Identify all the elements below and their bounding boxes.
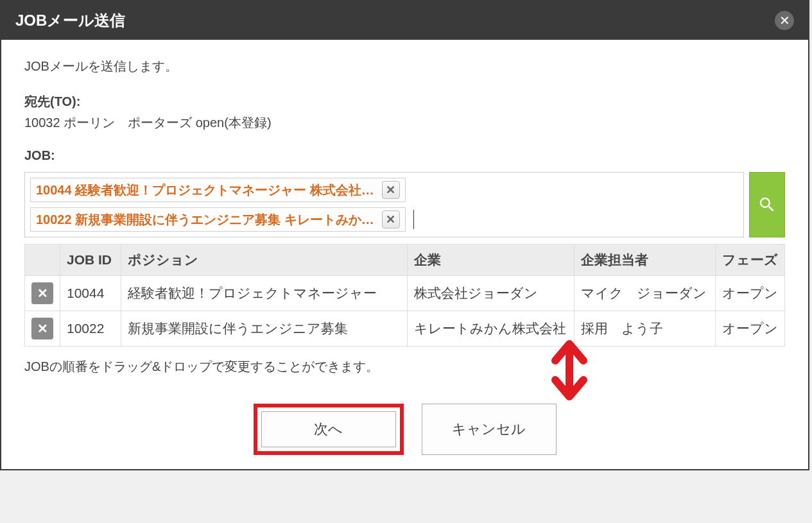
next-button-highlight: 次へ xyxy=(254,404,404,455)
cell-phase: オープン xyxy=(716,276,785,311)
x-icon: ✕ xyxy=(37,286,48,301)
intro-text: JOBメールを送信します。 xyxy=(24,58,785,75)
text-cursor xyxy=(413,210,414,229)
modal-body: JOBメールを送信します。 宛先(TO): 10032 ポーリン ポーターズ o… xyxy=(1,40,808,388)
th-company: 企業 xyxy=(408,244,574,276)
job-mail-modal: JOBメール送信 ✕ JOBメールを送信します。 宛先(TO): 10032 ポ… xyxy=(0,0,809,470)
search-button[interactable] xyxy=(749,172,785,237)
to-value: 10032 ポーリン ポーターズ open(本登録) xyxy=(24,114,785,132)
x-icon: ✕ xyxy=(386,183,395,197)
job-tag-text: 10044 経験者歓迎！プロジェクトマネージャー 株式会社… xyxy=(36,182,374,199)
cell-position: 新規事業開設に伴うエンジニア募集 xyxy=(121,311,408,347)
cell-position: 経験者歓迎！プロジェクトマネージャー xyxy=(121,276,408,311)
close-button[interactable]: ✕ xyxy=(775,11,794,30)
job-table: JOB ID ポジション 企業 企業担当者 フェーズ ✕ 10044 経験者歓迎… xyxy=(24,244,785,347)
cell-contact: 採用 よう子 xyxy=(574,311,716,347)
search-icon xyxy=(757,195,777,214)
th-phase: フェーズ xyxy=(716,244,785,276)
job-search-row: 10044 経験者歓迎！プロジェクトマネージャー 株式会社… ✕ 10022 新… xyxy=(24,172,785,237)
th-remove xyxy=(25,244,60,276)
close-icon: ✕ xyxy=(779,13,790,28)
job-tag-text: 10022 新規事業開設に伴うエンジニア募集 キレートみか… xyxy=(36,211,374,228)
job-tag: 10044 経験者歓迎！プロジェクトマネージャー 株式会社… ✕ xyxy=(30,178,406,202)
modal-title: JOBメール送信 xyxy=(15,10,125,31)
drag-hint: JOBの順番をドラッグ&ドロップで変更することができます。 xyxy=(24,358,785,375)
cell-contact: マイク ジョーダン xyxy=(574,276,716,311)
table-row[interactable]: ✕ 10044 経験者歓迎！プロジェクトマネージャー 株式会社ジョーダン マイク… xyxy=(25,276,785,311)
tag-remove-button[interactable]: ✕ xyxy=(382,181,400,199)
next-button[interactable]: 次へ xyxy=(261,411,396,447)
x-icon: ✕ xyxy=(386,212,395,227)
tag-remove-button[interactable]: ✕ xyxy=(382,210,400,228)
table-row[interactable]: ✕ 10022 新規事業開設に伴うエンジニア募集 キレートみかん株式会社 採用 … xyxy=(25,311,785,347)
job-tag: 10022 新規事業開設に伴うエンジニア募集 キレートみか… ✕ xyxy=(30,207,406,232)
job-tags-input[interactable]: 10044 経験者歓迎！プロジェクトマネージャー 株式会社… ✕ 10022 新… xyxy=(24,172,744,237)
cell-company: キレートみかん株式会社 xyxy=(408,311,574,347)
job-label: JOB: xyxy=(24,148,785,163)
cancel-button[interactable]: キャンセル xyxy=(422,404,557,455)
x-icon: ✕ xyxy=(37,321,48,336)
cell-job-id: 10022 xyxy=(60,311,121,347)
row-remove-button[interactable]: ✕ xyxy=(31,282,53,304)
to-label: 宛先(TO): xyxy=(24,93,785,110)
row-remove-button[interactable]: ✕ xyxy=(31,318,53,339)
th-job-id: JOB ID xyxy=(60,244,121,276)
th-contact: 企業担当者 xyxy=(574,244,716,276)
cell-job-id: 10044 xyxy=(60,276,121,311)
modal-footer: 次へ キャンセル xyxy=(1,388,808,469)
cell-phase: オープン xyxy=(716,311,785,347)
modal-header: JOBメール送信 ✕ xyxy=(1,1,808,40)
th-position: ポジション xyxy=(121,244,408,276)
cell-company: 株式会社ジョーダン xyxy=(408,276,574,311)
